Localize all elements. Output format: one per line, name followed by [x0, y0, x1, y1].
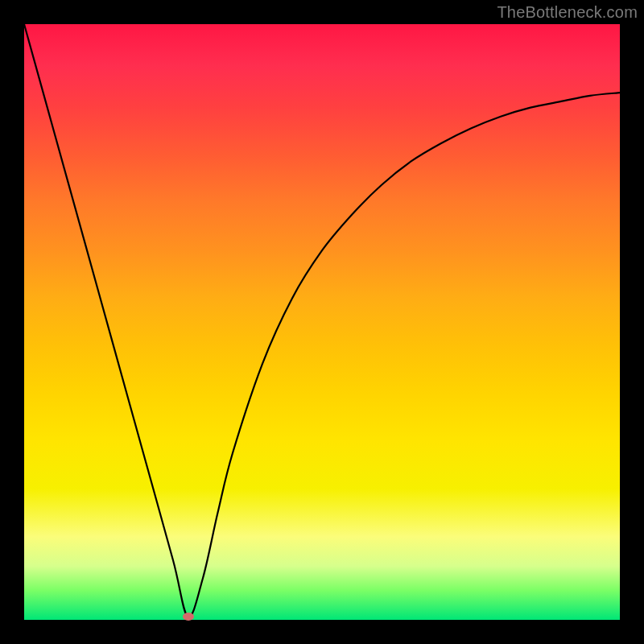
optimal-marker	[183, 613, 194, 621]
chart-frame: TheBottleneck.com	[0, 0, 644, 644]
curve-path	[24, 24, 620, 617]
bottleneck-curve	[24, 24, 620, 620]
attribution-label: TheBottleneck.com	[497, 3, 638, 22]
